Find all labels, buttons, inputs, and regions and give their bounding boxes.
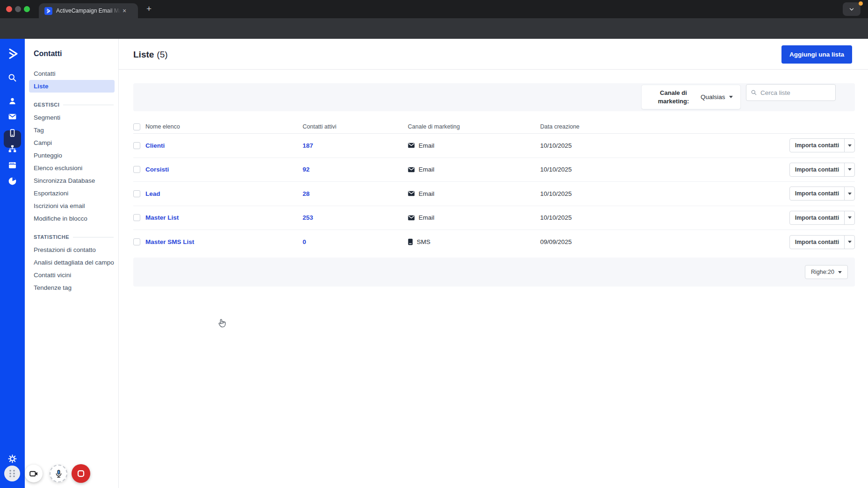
- stop-recording-button[interactable]: [72, 464, 90, 483]
- import-contacts-button[interactable]: Importa contatti: [789, 163, 855, 177]
- search-icon: [751, 89, 757, 96]
- rows-per-page-selector[interactable]: Righe:20: [805, 265, 848, 279]
- browser-tabstrip: ActiveCampaign Email Market × +: [0, 0, 868, 18]
- sidebar-item-punteggio[interactable]: Punteggio: [25, 149, 118, 162]
- import-contacts-button[interactable]: Importa contatti: [789, 138, 855, 152]
- import-dropdown-toggle[interactable]: [844, 139, 854, 152]
- sidebar-item-tag[interactable]: Tag: [25, 124, 118, 136]
- email-channel-icon: [408, 167, 415, 172]
- email-channel-icon: [408, 143, 415, 148]
- import-dropdown-toggle[interactable]: [844, 187, 854, 200]
- activecampaign-logo-icon[interactable]: [7, 48, 18, 58]
- active-contacts-link[interactable]: 0: [303, 238, 408, 245]
- search-icon[interactable]: [7, 73, 18, 83]
- macos-zoom-button[interactable]: [24, 6, 30, 12]
- list-name-link[interactable]: Clienti: [145, 142, 303, 149]
- import-dropdown-toggle[interactable]: [844, 211, 854, 224]
- mobile-sms-icon[interactable]: [7, 128, 18, 138]
- sidebar-item-contatti-vicini[interactable]: Contatti vicini: [25, 269, 118, 281]
- list-name-link[interactable]: Corsisti: [145, 166, 303, 173]
- apps-grid-button[interactable]: [4, 466, 20, 481]
- page-count: (5): [157, 50, 167, 60]
- header-divider: [119, 69, 868, 70]
- sms-channel-icon: [408, 238, 413, 245]
- filter-label: Canale di marketing:: [651, 89, 696, 105]
- created-date: 10/10/2025: [540, 142, 785, 149]
- table-row: Master SMS List 0 SMS 09/09/2025 Importa…: [133, 230, 855, 254]
- table-row: Clienti 187 Email 10/10/2025 Importa con…: [133, 134, 855, 158]
- import-dropdown-toggle[interactable]: [844, 236, 854, 249]
- add-list-button[interactable]: Aggiungi una lista: [781, 45, 852, 64]
- import-contacts-button[interactable]: Importa contatti: [789, 211, 855, 225]
- app-window: Contatti Contatti Liste GESTISCI Segment…: [0, 39, 868, 488]
- lists-page: Liste (5) Aggiungi una lista Canale di m…: [119, 39, 868, 488]
- chevron-down-icon: [729, 96, 733, 98]
- sidebar-item-tendenze-tag[interactable]: Tendenze tag: [25, 281, 118, 294]
- active-contacts-link[interactable]: 28: [303, 190, 408, 197]
- settings-gear-icon[interactable]: [7, 454, 18, 464]
- table-row: Master List 253 Email 10/10/2025 Importa…: [133, 206, 855, 230]
- filter-band: Canale di marketing: Qualsias: [133, 83, 855, 111]
- camera-toggle-button[interactable]: [25, 465, 43, 482]
- table-header: Nome elenco Contatti attivi Canale di ma…: [133, 120, 855, 134]
- select-all-checkbox[interactable]: [133, 123, 140, 130]
- notification-dot: [859, 1, 863, 6]
- row-checkbox[interactable]: [133, 166, 140, 173]
- forms-card-icon[interactable]: [7, 160, 18, 171]
- marketing-channel-filter[interactable]: Canale di marketing: Qualsias: [641, 85, 741, 109]
- browser-toolbar: euroservice-catering.activehosted.com/ap…: [0, 18, 868, 39]
- macos-minimize-button[interactable]: [15, 6, 21, 12]
- tab-title: ActiveCampaign Email Market: [56, 7, 121, 14]
- table-row: Lead 28 Email 10/10/2025 Importa contatt…: [133, 182, 855, 206]
- page-title: Liste: [133, 50, 154, 60]
- import-contacts-button[interactable]: Importa contatti: [789, 187, 855, 201]
- new-tab-button[interactable]: +: [146, 4, 152, 14]
- filter-value-dropdown[interactable]: Qualsias: [701, 93, 733, 100]
- active-contacts-link[interactable]: 92: [303, 166, 408, 173]
- created-date: 10/10/2025: [540, 166, 785, 173]
- sidebar-section-statistiche: STATISTICHE: [25, 233, 118, 241]
- active-contacts-link[interactable]: 253: [303, 214, 408, 221]
- created-date: 10/10/2025: [540, 214, 785, 221]
- sidebar-item-prestazioni-di-contatto[interactable]: Prestazioni di contatto: [25, 244, 118, 256]
- tab-search-button[interactable]: [843, 2, 861, 16]
- sidebar-item-liste[interactable]: Liste: [29, 80, 115, 93]
- col-contatti-attivi: Contatti attivi: [303, 123, 408, 130]
- import-dropdown-toggle[interactable]: [844, 163, 854, 176]
- automations-sitemap-icon[interactable]: [7, 144, 18, 154]
- sidebar-title: Contatti: [34, 50, 118, 58]
- contacts-icon[interactable]: [7, 96, 18, 107]
- row-checkbox[interactable]: [133, 238, 140, 245]
- microphone-toggle-button[interactable]: [50, 465, 67, 482]
- sidebar-item-iscrizioni-via-email[interactable]: Iscrizioni via email: [25, 200, 118, 212]
- sidebar-item-analisi-dettagliata-del-campo[interactable]: Analisi dettagliata del campo: [25, 256, 118, 269]
- list-name-link[interactable]: Master List: [145, 214, 303, 221]
- import-contacts-button[interactable]: Importa contatti: [789, 235, 855, 249]
- sidebar-item-contatti[interactable]: Contatti: [25, 67, 118, 80]
- row-checkbox[interactable]: [133, 190, 140, 197]
- tab-close-icon[interactable]: ×: [123, 7, 126, 14]
- col-data-creazione: Data creazione: [540, 123, 785, 130]
- email-channel-icon: [408, 215, 415, 221]
- sidebar-item-campi[interactable]: Campi: [25, 136, 118, 149]
- sidebar-item-elenco-esclusioni[interactable]: Elenco esclusioni: [25, 162, 118, 174]
- search-lists-box[interactable]: [746, 84, 836, 101]
- active-contacts-link[interactable]: 187: [303, 142, 408, 149]
- sidebar-section-gestisci: GESTISCI: [25, 101, 118, 108]
- list-name-link[interactable]: Master SMS List: [145, 238, 303, 245]
- table-footer: Righe:20: [133, 258, 855, 287]
- macos-close-button[interactable]: [6, 6, 12, 12]
- app-icon-rail: [0, 39, 25, 488]
- row-checkbox[interactable]: [133, 142, 140, 149]
- sidebar-item-segmenti[interactable]: Segmenti: [25, 111, 118, 124]
- reports-pie-icon[interactable]: [7, 176, 18, 187]
- list-name-link[interactable]: Lead: [145, 190, 303, 197]
- search-input[interactable]: [760, 85, 833, 100]
- sidebar-item-sincronizza-database[interactable]: Sincronizza Database: [25, 174, 118, 187]
- campaigns-mail-icon[interactable]: [7, 112, 18, 122]
- browser-tab-active[interactable]: ActiveCampaign Email Market ×: [39, 3, 138, 18]
- col-nome-elenco: Nome elenco: [145, 123, 303, 130]
- sidebar-item-esportazioni[interactable]: Esportazioni: [25, 187, 118, 200]
- row-checkbox[interactable]: [133, 214, 140, 221]
- sidebar-item-modifiche-in-blocco[interactable]: Modifiche in blocco: [25, 212, 118, 225]
